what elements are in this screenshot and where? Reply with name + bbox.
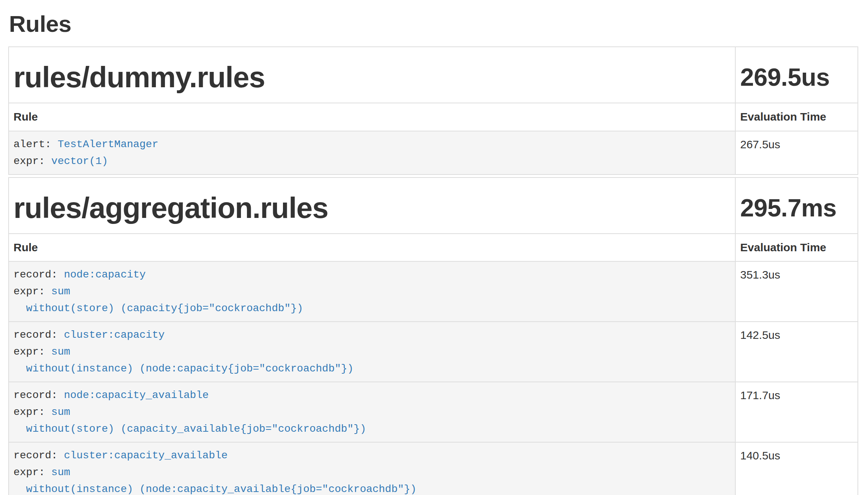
rule-expr-link[interactable]: sum without(instance) (node:capacity_ava… bbox=[13, 467, 416, 495]
rule-keyword: expr: bbox=[13, 286, 51, 297]
rule-line-expr: expr: sum without(store) (capacity{job="… bbox=[13, 283, 730, 317]
column-header-evaluation-time: Evaluation Time bbox=[735, 233, 858, 261]
rule-keyword: record: bbox=[13, 329, 64, 341]
rule-name-link[interactable]: node:capacity bbox=[64, 269, 145, 280]
rules-group-aggregation: rules/aggregation.rules 295.7ms Rule Eva… bbox=[8, 177, 858, 495]
rule-expr-link[interactable]: sum without(store) (capacity{job="cockro… bbox=[13, 286, 303, 314]
evaluation-time-value: 171.7us bbox=[735, 382, 858, 442]
rule-keyword: expr: bbox=[13, 155, 51, 167]
evaluation-time-value: 140.5us bbox=[735, 442, 858, 495]
rule-expr-link[interactable]: vector(1) bbox=[51, 155, 108, 167]
group-evaluation-total: 295.7ms bbox=[740, 191, 853, 225]
evaluation-time-value: 351.3us bbox=[735, 261, 858, 321]
rule-line-expr: expr: sum without(instance) (node:capaci… bbox=[13, 464, 730, 495]
column-header-evaluation-time: Evaluation Time bbox=[735, 103, 858, 131]
page-title: Rules bbox=[9, 11, 858, 37]
group-evaluation-total-cell: 269.5us bbox=[735, 47, 858, 103]
rule-line-expr: expr: vector(1) bbox=[13, 153, 730, 170]
rule-keyword: alert: bbox=[13, 139, 58, 150]
rule-line-expr: expr: sum without(instance) (node:capaci… bbox=[13, 343, 730, 377]
rule-name-link[interactable]: TestAlertManager bbox=[58, 139, 159, 150]
rule-keyword: record: bbox=[13, 450, 64, 461]
rule-line-record: record: cluster:capacity bbox=[13, 327, 730, 343]
rule-keyword: expr: bbox=[13, 346, 51, 358]
rule-cell: record: cluster:capacity_availableexpr: … bbox=[9, 442, 735, 495]
rule-cell: record: node:capacityexpr: sum without(s… bbox=[9, 261, 735, 321]
rule-cell: record: cluster:capacityexpr: sum withou… bbox=[9, 321, 735, 382]
rule-line-record: record: node:capacity_available bbox=[13, 387, 730, 404]
group-evaluation-total: 269.5us bbox=[740, 60, 853, 94]
rule-name-link[interactable]: node:capacity_available bbox=[64, 389, 208, 401]
group-evaluation-total-cell: 295.7ms bbox=[735, 178, 858, 233]
evaluation-time-value: 267.5us bbox=[735, 131, 858, 174]
rule-keyword: record: bbox=[13, 389, 64, 401]
column-header-rule: Rule bbox=[9, 103, 735, 131]
group-file-title: rules/dummy.rules bbox=[13, 60, 730, 94]
rule-keyword: expr: bbox=[13, 406, 51, 418]
group-header-cell: rules/dummy.rules bbox=[9, 47, 735, 103]
rules-page: Rules rules/dummy.rules 269.5us Rule Eva… bbox=[0, 11, 868, 495]
rules-group-dummy: rules/dummy.rules 269.5us Rule Evaluatio… bbox=[8, 46, 858, 175]
rule-line-record: record: node:capacity bbox=[13, 266, 730, 283]
group-file-title: rules/aggregation.rules bbox=[13, 191, 730, 225]
rule-expr-link[interactable]: sum without(store) (capacity_available{j… bbox=[13, 406, 366, 435]
rule-line-expr: expr: sum without(store) (capacity_avail… bbox=[13, 404, 730, 437]
group-header-cell: rules/aggregation.rules bbox=[9, 178, 735, 233]
rule-line-record: record: cluster:capacity_available bbox=[13, 447, 730, 464]
rule-cell: record: node:capacity_availableexpr: sum… bbox=[9, 382, 735, 442]
rule-expr-link[interactable]: sum without(instance) (node:capacity{job… bbox=[13, 346, 353, 374]
rule-keyword: expr: bbox=[13, 467, 51, 478]
evaluation-time-value: 142.5us bbox=[735, 321, 858, 382]
rule-name-link[interactable]: cluster:capacity bbox=[64, 329, 165, 341]
rule-name-link[interactable]: cluster:capacity_available bbox=[64, 450, 227, 461]
rule-line-alert: alert: TestAlertManager bbox=[13, 136, 730, 153]
column-header-rule: Rule bbox=[9, 233, 735, 261]
rule-cell: alert: TestAlertManagerexpr: vector(1) bbox=[9, 131, 735, 174]
rule-keyword: record: bbox=[13, 269, 64, 280]
